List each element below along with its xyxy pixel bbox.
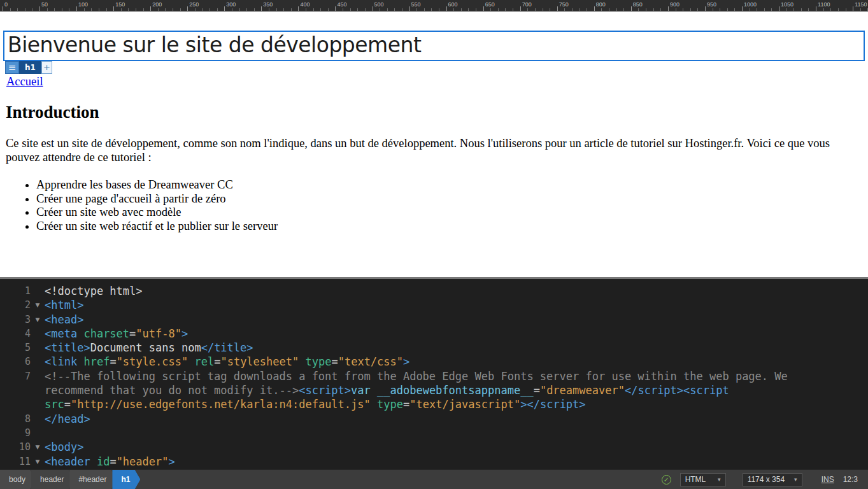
- ruler-tick: [269, 8, 269, 11]
- tag-selector-body[interactable]: body: [0, 470, 36, 489]
- ruler-label: 800: [596, 1, 606, 8]
- line-number[interactable]: 3: [0, 313, 31, 327]
- list-item[interactable]: Créer un site web avec modèle: [36, 206, 278, 220]
- code-line[interactable]: recommend that you do not modify it.--><…: [0, 383, 868, 397]
- code-token: charset: [83, 327, 129, 340]
- intro-heading[interactable]: Introduction: [6, 103, 99, 122]
- code-token: "header": [117, 455, 169, 468]
- line-number[interactable]: 9: [0, 426, 31, 440]
- hamburger-icon[interactable]: ≡: [5, 61, 19, 74]
- window-size-value: 1174 x 354: [748, 475, 785, 484]
- ruler-label: 850: [633, 1, 643, 8]
- ruler-tick: [860, 8, 861, 11]
- line-number[interactable]: 5: [0, 341, 31, 355]
- insert-mode-indicator[interactable]: INS: [822, 475, 834, 484]
- ruler-label: 1050: [781, 1, 793, 8]
- code-line[interactable]: 10▼<body>: [0, 440, 868, 454]
- validation-check-icon[interactable]: ✓: [662, 475, 671, 485]
- ruler-tick: [683, 8, 683, 11]
- list-item[interactable]: Apprendre les bases de Dreamweaver CC: [36, 178, 278, 192]
- fold-arrow-icon[interactable]: ▼: [31, 298, 45, 312]
- ruler-tick: [136, 8, 136, 11]
- ruler-label: 300: [226, 1, 236, 8]
- ruler-tick: [232, 8, 232, 11]
- fold-arrow-icon[interactable]: ▼: [31, 455, 45, 469]
- list-item[interactable]: Créer une page d'accueil à partir de zér…: [36, 192, 278, 206]
- code-token: "dreamweaver": [540, 384, 625, 397]
- intro-paragraph[interactable]: Ce site est un site de développement, co…: [6, 137, 855, 164]
- code-token: <body>: [45, 441, 83, 453]
- line-number[interactable]: 4: [0, 327, 31, 341]
- code-line[interactable]: 2▼<html>: [0, 298, 868, 312]
- line-number[interactable]: 11: [0, 455, 31, 469]
- ruler-tick: [638, 8, 639, 11]
- fold-arrow-icon[interactable]: ▼: [31, 440, 45, 454]
- code-line[interactable]: 1<!doctype html>: [0, 284, 868, 298]
- window-size-select[interactable]: 1174 x 354 ▾: [743, 473, 802, 486]
- code-token: type: [371, 398, 403, 411]
- ruler-tick: [439, 8, 439, 11]
- feature-list[interactable]: Apprendre les bases de Dreamweaver CCCré…: [6, 178, 278, 233]
- ruler-tick: [380, 8, 380, 11]
- ruler-tick: [365, 8, 366, 11]
- code-line[interactable]: 3▼<head>: [0, 313, 868, 327]
- code-token: <head>: [45, 313, 83, 326]
- code-token: "http://use.edgefonts.net/karla:n4:defau…: [71, 398, 371, 411]
- ruler-tick: [402, 8, 402, 11]
- code-line[interactable]: src="http://use.edgefonts.net/karla:n4:d…: [0, 397, 868, 411]
- line-number[interactable]: 6: [0, 355, 31, 369]
- ruler-tick: [476, 8, 476, 11]
- code-line[interactable]: 6<link href="style.css" rel="stylesheet"…: [0, 355, 868, 369]
- line-number[interactable]: 2: [0, 298, 31, 312]
- line-number[interactable]: 10: [0, 440, 31, 454]
- ruler-tick: [320, 8, 321, 11]
- ruler-tick: [505, 8, 506, 11]
- code-view[interactable]: 1<!doctype html>2▼<html>3▼<head>4<meta c…: [0, 279, 868, 469]
- list-item[interactable]: Créer un site web réactif et le publier …: [36, 220, 278, 234]
- doctype-select[interactable]: HTML ▾: [680, 473, 726, 486]
- status-bar: bodyheader#headerh1 ✓ HTML ▾ 1174 x 354 …: [0, 469, 868, 489]
- ruler-tick: [631, 6, 632, 11]
- line-number[interactable]: [0, 397, 31, 411]
- element-tag-badge[interactable]: h1: [19, 61, 41, 74]
- ruler-tick: [550, 8, 550, 11]
- tag-selector-h1[interactable]: h1: [112, 470, 140, 489]
- ruler-tick: [180, 8, 181, 11]
- code-line[interactable]: 11▼<header id="header">: [0, 455, 868, 469]
- page-heading[interactable]: Bienvenue sur le site de développement: [8, 33, 860, 57]
- code-line[interactable]: 7<!--The following script tag downloads …: [0, 369, 868, 383]
- fold-arrow-icon: [31, 284, 45, 298]
- ruler-tick: [165, 8, 166, 11]
- code-line[interactable]: 4<meta charset="utf-8">: [0, 327, 868, 341]
- ruler-tick: [601, 8, 602, 11]
- design-view[interactable]: Bienvenue sur le site de développement ≡…: [0, 11, 868, 277]
- ruler-tick: [313, 8, 314, 11]
- ruler-tick: [357, 8, 358, 11]
- code-token: <!--The following script tag downloads a…: [45, 370, 788, 383]
- code-token: =: [64, 398, 71, 411]
- line-number[interactable]: 1: [0, 284, 31, 298]
- chevron-down-icon: ▾: [794, 476, 797, 483]
- code-token: =: [110, 455, 116, 468]
- code-text: <header id="header">: [45, 455, 175, 469]
- tag-selector-header[interactable]: header: [31, 470, 74, 489]
- line-number[interactable]: [0, 383, 31, 397]
- line-number[interactable]: 8: [0, 412, 31, 426]
- accueil-link[interactable]: Accueil: [6, 75, 43, 89]
- code-token: var __adobewebfontsappname__: [351, 384, 534, 397]
- code-token: "style.css": [117, 355, 189, 368]
- add-class-button[interactable]: +: [41, 61, 52, 74]
- status-bar-right: ✓ HTML ▾ 1174 x 354 ▾ INS 12:3: [662, 473, 868, 486]
- code-line[interactable]: 8</head>: [0, 412, 868, 426]
- ruler-label: 650: [485, 1, 495, 8]
- code-line[interactable]: 5<title>Document sans nom</title>: [0, 341, 868, 355]
- ruler-tick: [779, 6, 779, 11]
- tag-selector-id-header[interactable]: #header: [69, 470, 117, 489]
- ruler-label: 450: [337, 1, 346, 8]
- ruler-tick: [676, 8, 676, 11]
- fold-arrow-icon[interactable]: ▼: [31, 313, 45, 327]
- code-line[interactable]: 9: [0, 426, 868, 440]
- line-number[interactable]: 7: [0, 369, 31, 383]
- code-token: >: [169, 455, 175, 468]
- ruler-tick: [823, 8, 824, 11]
